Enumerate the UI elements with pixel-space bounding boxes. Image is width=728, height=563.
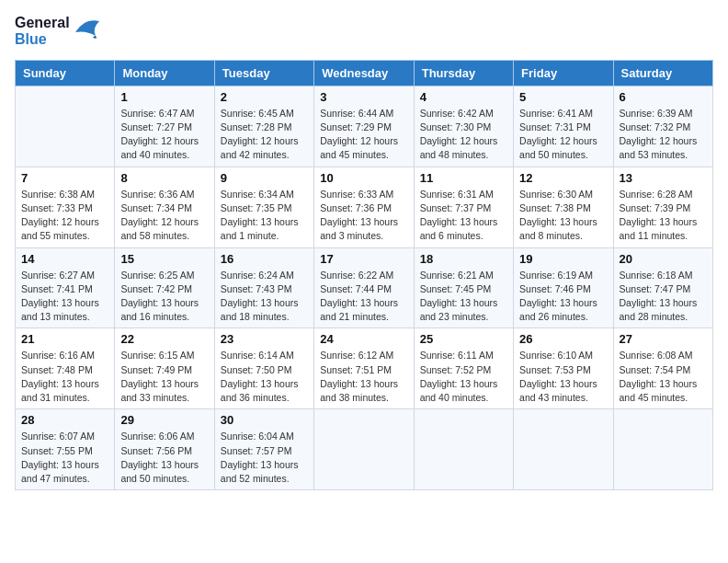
day-info: Sunrise: 6:31 AMSunset: 7:37 PMDaylight:… [420,188,507,244]
col-header-sunday: Sunday [16,60,115,86]
day-number: 30 [221,413,308,427]
day-number: 3 [320,90,407,104]
day-number: 6 [620,90,707,104]
calendar-week-1: 7Sunrise: 6:38 AMSunset: 7:33 PMDaylight… [16,167,713,247]
calendar-cell: 12Sunrise: 6:30 AMSunset: 7:38 PMDayligh… [514,167,613,247]
day-info: Sunrise: 6:15 AMSunset: 7:49 PMDaylight:… [120,349,208,405]
day-number: 10 [320,171,407,185]
calendar-cell [514,409,613,490]
calendar-week-4: 28Sunrise: 6:07 AMSunset: 7:55 PMDayligh… [16,409,713,490]
day-number: 26 [519,332,607,346]
day-info: Sunrise: 6:47 AMSunset: 7:27 PMDaylight:… [120,107,208,163]
day-info: Sunrise: 6:25 AMSunset: 7:42 PMDaylight:… [120,269,208,325]
calendar-cell: 8Sunrise: 6:36 AMSunset: 7:34 PMDaylight… [115,167,214,247]
calendar-cell: 16Sunrise: 6:24 AMSunset: 7:43 PMDayligh… [214,247,313,328]
calendar-cell: 4Sunrise: 6:42 AMSunset: 7:30 PMDaylight… [414,86,513,167]
calendar-cell [613,409,712,490]
calendar-cell: 7Sunrise: 6:38 AMSunset: 7:33 PMDaylight… [16,167,115,247]
day-number: 25 [420,332,507,346]
day-number: 15 [120,252,208,266]
calendar-cell: 11Sunrise: 6:31 AMSunset: 7:37 PMDayligh… [414,167,513,247]
calendar-cell: 27Sunrise: 6:08 AMSunset: 7:54 PMDayligh… [613,328,712,409]
calendar-cell: 23Sunrise: 6:14 AMSunset: 7:50 PMDayligh… [214,328,313,409]
day-number: 29 [120,413,208,427]
day-info: Sunrise: 6:12 AMSunset: 7:51 PMDaylight:… [320,349,407,405]
calendar-cell: 26Sunrise: 6:10 AMSunset: 7:53 PMDayligh… [514,328,613,409]
day-info: Sunrise: 6:30 AMSunset: 7:38 PMDaylight:… [519,188,607,244]
day-number: 5 [519,90,607,104]
calendar-cell: 14Sunrise: 6:27 AMSunset: 7:41 PMDayligh… [16,247,115,328]
calendar-cell: 18Sunrise: 6:21 AMSunset: 7:45 PMDayligh… [414,247,513,328]
day-info: Sunrise: 6:19 AMSunset: 7:46 PMDaylight:… [519,269,607,325]
col-header-saturday: Saturday [613,60,712,86]
calendar-cell: 15Sunrise: 6:25 AMSunset: 7:42 PMDayligh… [115,247,214,328]
day-info: Sunrise: 6:14 AMSunset: 7:50 PMDaylight:… [221,349,308,405]
calendar-cell: 28Sunrise: 6:07 AMSunset: 7:55 PMDayligh… [16,409,115,490]
calendar-cell: 29Sunrise: 6:06 AMSunset: 7:56 PMDayligh… [115,409,214,490]
day-number: 24 [320,332,407,346]
day-info: Sunrise: 6:11 AMSunset: 7:52 PMDaylight:… [420,349,507,405]
col-header-thursday: Thursday [414,60,513,86]
calendar-cell: 30Sunrise: 6:04 AMSunset: 7:57 PMDayligh… [214,409,313,490]
day-info: Sunrise: 6:44 AMSunset: 7:29 PMDaylight:… [320,107,407,163]
day-number: 14 [21,252,108,266]
day-info: Sunrise: 6:39 AMSunset: 7:32 PMDaylight:… [620,107,707,163]
day-info: Sunrise: 6:16 AMSunset: 7:48 PMDaylight:… [21,349,108,405]
day-number: 17 [320,252,407,266]
day-info: Sunrise: 6:04 AMSunset: 7:57 PMDaylight:… [221,430,308,486]
day-number: 4 [420,90,507,104]
day-number: 18 [420,252,507,266]
day-number: 11 [420,171,507,185]
day-info: Sunrise: 6:38 AMSunset: 7:33 PMDaylight:… [21,188,108,244]
day-number: 2 [221,90,308,104]
day-info: Sunrise: 6:07 AMSunset: 7:55 PMDaylight:… [21,430,108,486]
calendar-cell: 5Sunrise: 6:41 AMSunset: 7:31 PMDaylight… [514,86,613,167]
day-info: Sunrise: 6:45 AMSunset: 7:28 PMDaylight:… [221,107,308,163]
calendar-cell: 20Sunrise: 6:18 AMSunset: 7:47 PMDayligh… [613,247,712,328]
day-info: Sunrise: 6:06 AMSunset: 7:56 PMDaylight:… [120,430,208,486]
col-header-friday: Friday [514,60,613,86]
calendar-cell: 1Sunrise: 6:47 AMSunset: 7:27 PMDaylight… [115,86,214,167]
calendar-cell [314,409,414,490]
calendar-cell: 17Sunrise: 6:22 AMSunset: 7:44 PMDayligh… [314,247,414,328]
day-number: 20 [620,252,707,266]
day-number: 12 [519,171,607,185]
day-number: 7 [21,171,108,185]
day-info: Sunrise: 6:42 AMSunset: 7:30 PMDaylight:… [420,107,507,163]
col-header-monday: Monday [115,60,214,86]
day-number: 27 [620,332,707,346]
logo-bird-icon [74,16,101,40]
logo-blue-text: Blue [15,31,70,48]
calendar-cell [16,86,115,167]
calendar-week-0: 1Sunrise: 6:47 AMSunset: 7:27 PMDaylight… [16,86,713,167]
day-number: 19 [519,252,607,266]
day-info: Sunrise: 6:41 AMSunset: 7:31 PMDaylight:… [519,107,607,163]
calendar-cell: 19Sunrise: 6:19 AMSunset: 7:46 PMDayligh… [514,247,613,328]
day-info: Sunrise: 6:33 AMSunset: 7:36 PMDaylight:… [320,188,407,244]
day-info: Sunrise: 6:27 AMSunset: 7:41 PMDaylight:… [21,269,108,325]
page-header: General Blue [15,15,713,49]
calendar-week-2: 14Sunrise: 6:27 AMSunset: 7:41 PMDayligh… [16,247,713,328]
day-number: 8 [120,171,208,185]
day-info: Sunrise: 6:28 AMSunset: 7:39 PMDaylight:… [620,188,707,244]
logo: General Blue [15,15,101,49]
calendar-cell: 9Sunrise: 6:34 AMSunset: 7:35 PMDaylight… [214,167,313,247]
calendar-cell: 13Sunrise: 6:28 AMSunset: 7:39 PMDayligh… [613,167,712,247]
calendar-cell: 25Sunrise: 6:11 AMSunset: 7:52 PMDayligh… [414,328,513,409]
calendar-cell: 6Sunrise: 6:39 AMSunset: 7:32 PMDaylight… [613,86,712,167]
day-info: Sunrise: 6:24 AMSunset: 7:43 PMDaylight:… [221,269,308,325]
day-info: Sunrise: 6:36 AMSunset: 7:34 PMDaylight:… [120,188,208,244]
col-header-wednesday: Wednesday [314,60,414,86]
calendar-cell: 10Sunrise: 6:33 AMSunset: 7:36 PMDayligh… [314,167,414,247]
calendar-cell [414,409,513,490]
calendar-cell: 22Sunrise: 6:15 AMSunset: 7:49 PMDayligh… [115,328,214,409]
day-number: 16 [221,252,308,266]
day-info: Sunrise: 6:08 AMSunset: 7:54 PMDaylight:… [620,349,707,405]
calendar-cell: 24Sunrise: 6:12 AMSunset: 7:51 PMDayligh… [314,328,414,409]
day-info: Sunrise: 6:10 AMSunset: 7:53 PMDaylight:… [519,349,607,405]
day-number: 21 [21,332,108,346]
day-info: Sunrise: 6:22 AMSunset: 7:44 PMDaylight:… [320,269,407,325]
calendar-week-3: 21Sunrise: 6:16 AMSunset: 7:48 PMDayligh… [16,328,713,409]
day-info: Sunrise: 6:21 AMSunset: 7:45 PMDaylight:… [420,269,507,325]
day-number: 9 [221,171,308,185]
